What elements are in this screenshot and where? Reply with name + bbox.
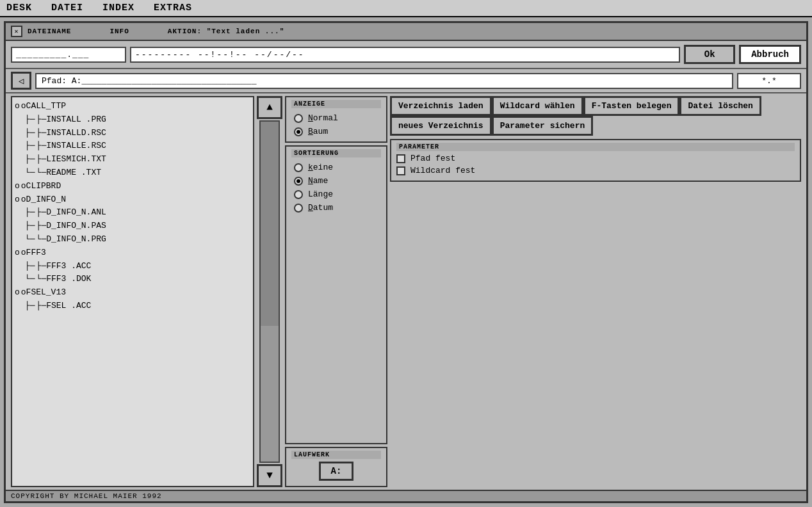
laufwerk-panel: LAUFWERK A: — [285, 447, 387, 487]
sortierung-option-keine[interactable]: keine — [294, 163, 378, 172]
path-input[interactable] — [35, 73, 733, 89]
list-item[interactable]: ├─INSTALLD.RSC — [15, 127, 250, 140]
radio-circle — [294, 190, 303, 199]
ok-button[interactable]: Ok — [684, 45, 735, 64]
checkbox — [396, 154, 405, 163]
list-item[interactable]: oD_INFO_N — [15, 193, 250, 207]
list-item[interactable]: └─README .TXT — [15, 166, 250, 180]
input-row: Ok Abbruch — [6, 41, 806, 69]
anzeige-panel: ANZEIGE NormalBaum — [285, 96, 387, 143]
action-button-wildcard-wählen[interactable]: Wildcard wählen — [492, 96, 583, 116]
list-item[interactable]: ├─D_INFO_N.ANL — [15, 206, 250, 220]
file-list[interactable]: oCALL_TTP├─INSTALL .PRG├─INSTALLD.RSC├─I… — [11, 96, 254, 487]
radio-circle — [294, 127, 303, 136]
menu-extras[interactable]: EXTRAS — [154, 3, 192, 13]
radio-label: Normal — [308, 113, 338, 123]
filename-input[interactable] — [11, 47, 126, 63]
checkbox-label: Pfad fest — [410, 154, 455, 163]
menubar: DESK DATEI INDEX EXTRAS — [0, 0, 812, 17]
sortierung-panel: SORTIERUNG keineNameLängeDatum — [285, 145, 387, 444]
list-item[interactable]: oFFF3 — [15, 246, 250, 260]
list-item[interactable]: oFSEL_V13 — [15, 286, 250, 300]
anzeige-option-normal[interactable]: Normal — [294, 113, 378, 123]
parameter-title: PARAMETER — [396, 143, 795, 151]
sortierung-option-name[interactable]: Name — [294, 176, 378, 186]
sortierung-title: SORTIERUNG — [291, 149, 381, 157]
parameter-item-wildcard-fest[interactable]: Wildcard fest — [396, 166, 795, 175]
right-column: Verzeichnis ladenWildcard wählenF-Tasten… — [390, 96, 801, 487]
radio-circle — [294, 114, 303, 123]
path-back-button[interactable]: ◁ — [11, 72, 31, 90]
anzeige-radio-group: NormalBaum — [291, 111, 381, 139]
laufwerk-title: LAUFWERK — [291, 451, 381, 459]
path-row: ◁ — [6, 69, 806, 93]
checkbox-label: Wildcard fest — [410, 166, 475, 175]
list-item[interactable]: ├─FSEL .ACC — [15, 300, 250, 313]
abbruch-button[interactable]: Abbruch — [739, 45, 801, 64]
menu-datei[interactable]: DATEI — [51, 3, 83, 13]
action-button-datei-löschen[interactable]: Datei löschen — [679, 96, 761, 116]
checkbox — [396, 166, 405, 175]
list-item[interactable]: oCLIPBRD — [15, 180, 250, 193]
scroll-track[interactable] — [259, 120, 280, 463]
sortierung-option-länge[interactable]: Länge — [294, 189, 378, 199]
scroll-thumb — [261, 326, 279, 462]
radio-label: keine — [308, 163, 333, 172]
dateiname-label: DATEINAME — [28, 28, 71, 35]
dialog-header: ✕ DATEINAME INFO AKTION: "Text laden ...… — [6, 23, 806, 41]
menu-index[interactable]: INDEX — [102, 3, 134, 13]
list-item[interactable]: ├─D_INFO_N.PAS — [15, 220, 250, 233]
list-item[interactable]: └─FFF3 .DOK — [15, 273, 250, 286]
list-item[interactable]: ├─INSTALL .PRG — [15, 113, 250, 127]
radio-label: Baum — [308, 127, 328, 136]
list-item[interactable]: ├─LIESMICH.TXT — [15, 153, 250, 166]
parameter-checkboxes: Pfad festWildcard fest — [396, 154, 795, 175]
drive-button[interactable]: A: — [319, 462, 354, 481]
content-area: oCALL_TTP├─INSTALL .PRG├─INSTALLD.RSC├─I… — [6, 93, 806, 490]
status-bar: COPYRIGHT BY MICHAEL MAIER 1992 — [6, 490, 806, 501]
radio-circle — [294, 177, 303, 186]
parameter-panel: PARAMETER Pfad festWildcard fest — [390, 139, 801, 182]
sortierung-option-datum[interactable]: Datum — [294, 203, 378, 213]
list-item[interactable]: ├─INSTALLE.RSC — [15, 140, 250, 153]
action-button-parameter-sichern[interactable]: Parameter sichern — [492, 116, 594, 136]
action-button-neues-verzeichnis[interactable]: neues Verzeichnis — [390, 116, 492, 136]
radio-label: Länge — [308, 189, 333, 199]
radio-circle — [294, 163, 303, 172]
aktion-label: AKTION: "Text laden ..." — [168, 28, 284, 35]
info-label: INFO — [110, 28, 129, 35]
close-icon[interactable]: ✕ — [11, 26, 22, 37]
anzeige-title: ANZEIGE — [291, 100, 381, 108]
dialog: ✕ DATEINAME INFO AKTION: "Text laden ...… — [4, 21, 808, 503]
main-area: ✕ DATEINAME INFO AKTION: "Text laden ...… — [0, 17, 812, 507]
radio-label: Datum — [308, 203, 333, 213]
action-buttons: Verzeichnis ladenWildcard wählenF-Tasten… — [390, 96, 801, 136]
menu-desk[interactable]: DESK — [6, 3, 32, 13]
wildcard-input[interactable] — [737, 73, 801, 89]
list-item[interactable]: ├─FFF3 .ACC — [15, 260, 250, 273]
scroll-column: ▲ ▼ — [257, 96, 282, 487]
sortierung-radio-group: keineNameLängeDatum — [291, 160, 381, 215]
action-button-verzeichnis-laden[interactable]: Verzeichnis laden — [390, 96, 492, 116]
list-item[interactable]: oCALL_TTP — [15, 100, 250, 113]
radio-circle — [294, 204, 303, 213]
action-button-f-tasten-belegen[interactable]: F-Tasten belegen — [583, 96, 680, 116]
scroll-down-button[interactable]: ▼ — [257, 464, 282, 487]
anzeige-option-baum[interactable]: Baum — [294, 127, 378, 136]
radio-label: Name — [308, 176, 328, 186]
header-labels: DATEINAME INFO AKTION: "Text laden ..." — [28, 28, 284, 35]
parameter-item-pfad-fest[interactable]: Pfad fest — [396, 154, 795, 163]
list-item[interactable]: └─D_INFO_N.PRG — [15, 233, 250, 246]
scroll-up-button[interactable]: ▲ — [257, 96, 282, 119]
info-input[interactable] — [130, 47, 680, 63]
anzeige-sortierung-panel: ANZEIGE NormalBaum SORTIERUNG keineNameL… — [285, 96, 387, 487]
